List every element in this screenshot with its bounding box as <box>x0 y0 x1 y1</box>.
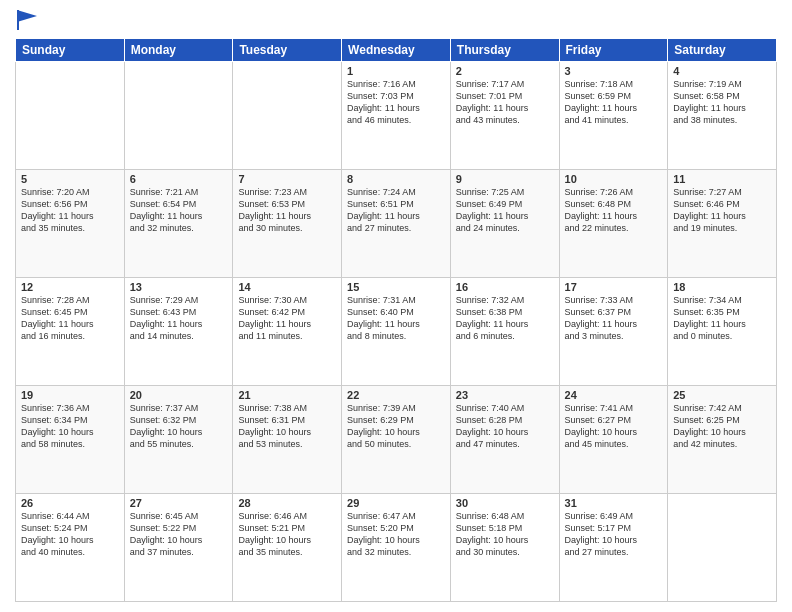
calendar-cell: 26Sunrise: 6:44 AM Sunset: 5:24 PM Dayli… <box>16 494 125 602</box>
day-info: Sunrise: 7:41 AM Sunset: 6:27 PM Dayligh… <box>565 402 663 451</box>
calendar-cell: 16Sunrise: 7:32 AM Sunset: 6:38 PM Dayli… <box>450 278 559 386</box>
logo-flag-icon <box>17 10 37 30</box>
calendar-cell: 9Sunrise: 7:25 AM Sunset: 6:49 PM Daylig… <box>450 170 559 278</box>
calendar-cell <box>233 62 342 170</box>
day-number: 3 <box>565 65 663 77</box>
day-info: Sunrise: 7:29 AM Sunset: 6:43 PM Dayligh… <box>130 294 228 343</box>
calendar-cell: 7Sunrise: 7:23 AM Sunset: 6:53 PM Daylig… <box>233 170 342 278</box>
calendar-cell: 1Sunrise: 7:16 AM Sunset: 7:03 PM Daylig… <box>342 62 451 170</box>
calendar-cell: 22Sunrise: 7:39 AM Sunset: 6:29 PM Dayli… <box>342 386 451 494</box>
weekday-header-tuesday: Tuesday <box>233 39 342 62</box>
calendar-cell: 20Sunrise: 7:37 AM Sunset: 6:32 PM Dayli… <box>124 386 233 494</box>
day-number: 13 <box>130 281 228 293</box>
calendar-cell: 2Sunrise: 7:17 AM Sunset: 7:01 PM Daylig… <box>450 62 559 170</box>
calendar-cell: 3Sunrise: 7:18 AM Sunset: 6:59 PM Daylig… <box>559 62 668 170</box>
calendar-cell: 31Sunrise: 6:49 AM Sunset: 5:17 PM Dayli… <box>559 494 668 602</box>
day-number: 28 <box>238 497 336 509</box>
svg-marker-0 <box>17 10 37 22</box>
logo <box>15 10 37 30</box>
day-info: Sunrise: 6:47 AM Sunset: 5:20 PM Dayligh… <box>347 510 445 559</box>
day-number: 23 <box>456 389 554 401</box>
weekday-header-wednesday: Wednesday <box>342 39 451 62</box>
day-number: 10 <box>565 173 663 185</box>
day-info: Sunrise: 7:24 AM Sunset: 6:51 PM Dayligh… <box>347 186 445 235</box>
calendar-cell <box>124 62 233 170</box>
day-info: Sunrise: 7:42 AM Sunset: 6:25 PM Dayligh… <box>673 402 771 451</box>
header <box>15 10 777 30</box>
day-info: Sunrise: 7:37 AM Sunset: 6:32 PM Dayligh… <box>130 402 228 451</box>
weekday-header-monday: Monday <box>124 39 233 62</box>
day-number: 12 <box>21 281 119 293</box>
day-info: Sunrise: 7:18 AM Sunset: 6:59 PM Dayligh… <box>565 78 663 127</box>
day-info: Sunrise: 7:26 AM Sunset: 6:48 PM Dayligh… <box>565 186 663 235</box>
day-info: Sunrise: 7:20 AM Sunset: 6:56 PM Dayligh… <box>21 186 119 235</box>
calendar-cell: 30Sunrise: 6:48 AM Sunset: 5:18 PM Dayli… <box>450 494 559 602</box>
day-info: Sunrise: 7:21 AM Sunset: 6:54 PM Dayligh… <box>130 186 228 235</box>
day-number: 22 <box>347 389 445 401</box>
day-info: Sunrise: 6:46 AM Sunset: 5:21 PM Dayligh… <box>238 510 336 559</box>
day-number: 18 <box>673 281 771 293</box>
day-number: 5 <box>21 173 119 185</box>
day-number: 21 <box>238 389 336 401</box>
calendar-week-3: 12Sunrise: 7:28 AM Sunset: 6:45 PM Dayli… <box>16 278 777 386</box>
calendar-cell <box>16 62 125 170</box>
weekday-header-friday: Friday <box>559 39 668 62</box>
weekday-header-thursday: Thursday <box>450 39 559 62</box>
calendar-cell: 19Sunrise: 7:36 AM Sunset: 6:34 PM Dayli… <box>16 386 125 494</box>
calendar-cell: 15Sunrise: 7:31 AM Sunset: 6:40 PM Dayli… <box>342 278 451 386</box>
day-number: 15 <box>347 281 445 293</box>
day-info: Sunrise: 7:33 AM Sunset: 6:37 PM Dayligh… <box>565 294 663 343</box>
day-info: Sunrise: 7:39 AM Sunset: 6:29 PM Dayligh… <box>347 402 445 451</box>
day-number: 30 <box>456 497 554 509</box>
day-info: Sunrise: 7:31 AM Sunset: 6:40 PM Dayligh… <box>347 294 445 343</box>
day-info: Sunrise: 7:16 AM Sunset: 7:03 PM Dayligh… <box>347 78 445 127</box>
day-info: Sunrise: 7:36 AM Sunset: 6:34 PM Dayligh… <box>21 402 119 451</box>
day-number: 1 <box>347 65 445 77</box>
day-number: 11 <box>673 173 771 185</box>
day-info: Sunrise: 7:40 AM Sunset: 6:28 PM Dayligh… <box>456 402 554 451</box>
day-number: 7 <box>238 173 336 185</box>
calendar-cell: 12Sunrise: 7:28 AM Sunset: 6:45 PM Dayli… <box>16 278 125 386</box>
day-info: Sunrise: 6:44 AM Sunset: 5:24 PM Dayligh… <box>21 510 119 559</box>
svg-rect-1 <box>17 10 19 30</box>
day-number: 16 <box>456 281 554 293</box>
day-number: 2 <box>456 65 554 77</box>
day-number: 14 <box>238 281 336 293</box>
calendar-week-2: 5Sunrise: 7:20 AM Sunset: 6:56 PM Daylig… <box>16 170 777 278</box>
day-info: Sunrise: 6:45 AM Sunset: 5:22 PM Dayligh… <box>130 510 228 559</box>
calendar-cell: 8Sunrise: 7:24 AM Sunset: 6:51 PM Daylig… <box>342 170 451 278</box>
day-number: 4 <box>673 65 771 77</box>
day-info: Sunrise: 7:19 AM Sunset: 6:58 PM Dayligh… <box>673 78 771 127</box>
weekday-header-row: SundayMondayTuesdayWednesdayThursdayFrid… <box>16 39 777 62</box>
day-info: Sunrise: 7:38 AM Sunset: 6:31 PM Dayligh… <box>238 402 336 451</box>
day-info: Sunrise: 7:34 AM Sunset: 6:35 PM Dayligh… <box>673 294 771 343</box>
day-info: Sunrise: 7:23 AM Sunset: 6:53 PM Dayligh… <box>238 186 336 235</box>
day-number: 8 <box>347 173 445 185</box>
day-number: 20 <box>130 389 228 401</box>
day-info: Sunrise: 7:28 AM Sunset: 6:45 PM Dayligh… <box>21 294 119 343</box>
calendar-table: SundayMondayTuesdayWednesdayThursdayFrid… <box>15 38 777 602</box>
day-info: Sunrise: 6:48 AM Sunset: 5:18 PM Dayligh… <box>456 510 554 559</box>
calendar-cell: 14Sunrise: 7:30 AM Sunset: 6:42 PM Dayli… <box>233 278 342 386</box>
day-info: Sunrise: 7:25 AM Sunset: 6:49 PM Dayligh… <box>456 186 554 235</box>
day-number: 17 <box>565 281 663 293</box>
calendar-cell: 18Sunrise: 7:34 AM Sunset: 6:35 PM Dayli… <box>668 278 777 386</box>
calendar-cell: 29Sunrise: 6:47 AM Sunset: 5:20 PM Dayli… <box>342 494 451 602</box>
day-info: Sunrise: 7:32 AM Sunset: 6:38 PM Dayligh… <box>456 294 554 343</box>
calendar-cell: 21Sunrise: 7:38 AM Sunset: 6:31 PM Dayli… <box>233 386 342 494</box>
day-number: 27 <box>130 497 228 509</box>
day-info: Sunrise: 7:30 AM Sunset: 6:42 PM Dayligh… <box>238 294 336 343</box>
day-number: 6 <box>130 173 228 185</box>
day-number: 25 <box>673 389 771 401</box>
calendar-cell: 25Sunrise: 7:42 AM Sunset: 6:25 PM Dayli… <box>668 386 777 494</box>
calendar-cell: 23Sunrise: 7:40 AM Sunset: 6:28 PM Dayli… <box>450 386 559 494</box>
calendar-cell: 4Sunrise: 7:19 AM Sunset: 6:58 PM Daylig… <box>668 62 777 170</box>
day-number: 19 <box>21 389 119 401</box>
day-number: 26 <box>21 497 119 509</box>
calendar-cell: 10Sunrise: 7:26 AM Sunset: 6:48 PM Dayli… <box>559 170 668 278</box>
weekday-header-saturday: Saturday <box>668 39 777 62</box>
day-number: 31 <box>565 497 663 509</box>
calendar-cell <box>668 494 777 602</box>
day-number: 24 <box>565 389 663 401</box>
day-info: Sunrise: 7:27 AM Sunset: 6:46 PM Dayligh… <box>673 186 771 235</box>
